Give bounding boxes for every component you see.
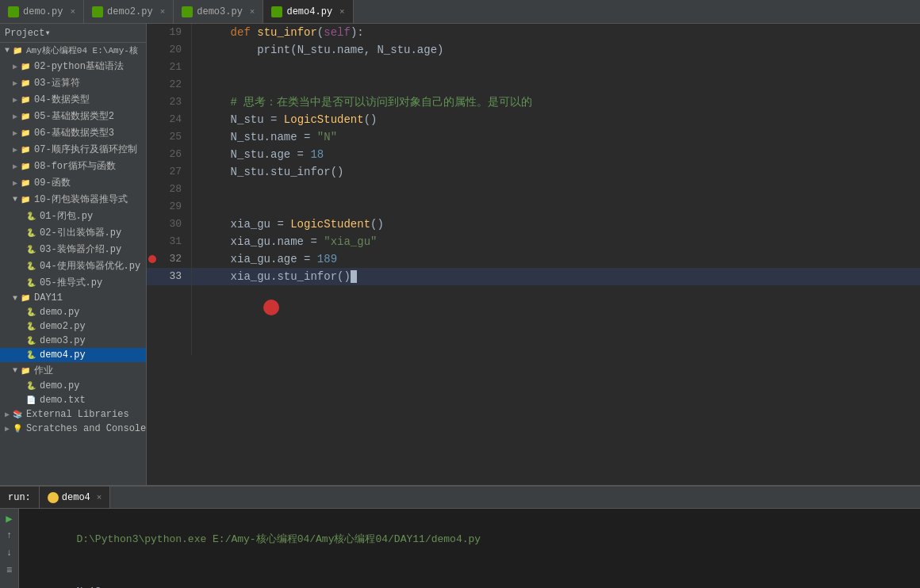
tab-demo2-label: demo2.py (107, 6, 153, 17)
py-icon-hw: 🐍 (25, 380, 36, 391)
sidebar-item-demo2-py[interactable]: 🐍 demo2.py (0, 319, 146, 334)
sidebar-label-scratches: Scratches and Consoles (26, 423, 146, 434)
sidebar-item-scratches[interactable]: ▶ 💡 Scratches and Consoles (0, 422, 146, 436)
folder-icon-10: 📁 (20, 194, 31, 205)
sidebar-item-03[interactable]: ▶ 📁 03-运算符 (0, 74, 146, 91)
play-icon[interactable]: ▶ (3, 512, 16, 525)
sidebar-label-demo4-py: demo4.py (40, 349, 86, 361)
terminal-tab-close[interactable]: × (97, 493, 102, 502)
line-num-24: 24 (156, 111, 192, 128)
tab-demo1[interactable]: demo.py × (0, 0, 84, 23)
tab-demo1-label: demo.py (23, 6, 63, 17)
line-content-29 (192, 198, 920, 216)
code-line-27: 27 N_stu.stu_infor() (147, 163, 920, 181)
sidebar-label-demo-py: demo.py (40, 307, 79, 318)
line-num-21: 21 (156, 59, 192, 76)
sidebar-item-05-style[interactable]: 🐍 05-推导式.py (0, 274, 146, 291)
py-icon-05style: 🐍 (25, 277, 36, 288)
bp-area-32[interactable] (147, 250, 156, 268)
sidebar-item-01-closure[interactable]: 🐍 01-闭包.py (0, 208, 146, 224)
sidebar-item-02[interactable]: ▶ 📁 02-python基础语法 (0, 58, 146, 74)
bp-area-31 (147, 233, 156, 250)
arrow-down-icon-hw: ▼ (13, 366, 17, 375)
terminal-content[interactable]: D:\Python3\python.exe E:/Amy-核心编程04/Amy核… (19, 509, 920, 588)
py-file-icon2 (92, 6, 103, 17)
folder-icon-05: 📁 (20, 111, 31, 122)
tab-demo2[interactable]: demo2.py × (84, 0, 174, 23)
tab-demo2-close[interactable]: × (160, 7, 166, 17)
sidebar-item-amy-root[interactable]: ▼ 📁 Amy核心编程04 E:\Amy-核 (0, 43, 146, 58)
sidebar-item-homework[interactable]: ▼ 📁 作业 (0, 362, 146, 379)
arrow-right-icon-scratches: ▶ (5, 424, 10, 433)
folder-icon-04: 📁 (20, 94, 31, 105)
line-content-22 (192, 76, 920, 94)
folder-icon-08: 📁 (20, 161, 31, 172)
sidebar-item-04[interactable]: ▶ 📁 04-数据类型 (0, 91, 146, 108)
line-content-26: N_stu.age = 18 (192, 146, 920, 163)
tab-demo3[interactable]: demo3.py × (174, 0, 263, 23)
line-num-29: 29 (156, 198, 192, 216)
sidebar-item-07[interactable]: ▶ 📁 07-顺序执行及循环控制 (0, 141, 146, 158)
sidebar-label-hw-demo-py: demo.py (40, 380, 79, 391)
code-table: 19 def stu_infor(self): 20 print(N_stu.n… (147, 24, 920, 355)
sidebar-label-06: 06-基础数据类型3 (34, 126, 114, 139)
folder-icon-03: 📁 (20, 78, 31, 89)
sidebar-item-demo-py[interactable]: 🐍 demo.py (0, 305, 146, 319)
folder-icon-hw: 📁 (20, 365, 31, 376)
sidebar-item-ext-libs[interactable]: ▶ 📚 External Libraries (0, 407, 146, 422)
sidebar-item-hw-demo-py[interactable]: 🐍 demo.py (0, 379, 146, 393)
sidebar-item-demo3-py[interactable]: 🐍 demo3.py (0, 334, 146, 348)
sidebar-item-03-deco[interactable]: 🐍 03-装饰器介绍.py (0, 241, 146, 258)
sidebar-item-02-deco[interactable]: 🐍 02-引出装饰器.py (0, 224, 146, 241)
sidebar-header[interactable]: Project▾ (0, 24, 146, 43)
tab-demo4-close[interactable]: × (339, 7, 345, 17)
code-editor[interactable]: 19 def stu_infor(self): 20 print(N_stu.n… (147, 24, 920, 485)
line-content-25: N_stu.name = "N" (192, 128, 920, 146)
bp-area-20 (147, 41, 156, 59)
line-num-20: 20 (156, 41, 192, 59)
sidebar-item-04-deco[interactable]: 🐍 04-使用装饰器优化.py (0, 258, 146, 274)
line-content-30: xia_gu = LogicStudent() (192, 216, 920, 233)
bp-area-30 (147, 216, 156, 233)
sidebar-item-day11[interactable]: ▼ 📁 DAY11 (0, 291, 146, 305)
line-num-27: 27 (156, 163, 192, 181)
arrow-right-icon-05: ▶ (13, 112, 17, 121)
py-file-icon3 (182, 6, 193, 17)
line-content-28 (192, 181, 920, 198)
arrow-down-icon-10: ▼ (13, 195, 17, 204)
scroll-up-icon[interactable]: ↑ (3, 529, 16, 542)
code-line-31: 31 xia_gu.name = "xia_gu" (147, 233, 920, 250)
code-area: 19 def stu_infor(self): 20 print(N_stu.n… (147, 24, 920, 485)
code-line-22: 22 (147, 76, 920, 94)
py-icon-demo3: 🐍 (25, 335, 36, 346)
sidebar-item-09[interactable]: ▶ 📁 09-函数 (0, 174, 146, 191)
code-line-21: 21 (147, 59, 920, 76)
sidebar-label-03-deco: 03-装饰器介绍.py (40, 242, 121, 256)
sidebar-item-06[interactable]: ▶ 📁 06-基础数据类型3 (0, 124, 146, 141)
list-icon[interactable]: ≡ (3, 564, 16, 577)
breakpoint-32[interactable] (148, 255, 156, 263)
tab-demo4[interactable]: demo4.py × (263, 0, 353, 23)
sidebar-label-demo2-py: demo2.py (40, 321, 86, 332)
sidebar-label-03: 03-运算符 (34, 76, 80, 90)
line-num-28: 28 (156, 181, 192, 198)
line-content-20: print(N_stu.name, N_stu.age) (192, 41, 920, 59)
sidebar-item-10[interactable]: ▼ 📁 10-闭包装饰器推导式 (0, 191, 146, 208)
tab-demo3-close[interactable]: × (250, 7, 255, 17)
sidebar-item-08[interactable]: ▶ 📁 08-for循环与函数 (0, 158, 146, 174)
code-line-28: 28 (147, 181, 920, 198)
sidebar-label-02: 02-python基础语法 (34, 59, 124, 73)
sidebar-label-05-style: 05-推导式.py (40, 276, 102, 289)
py-file-icon (8, 6, 19, 17)
scroll-down-icon[interactable]: ↓ (3, 547, 16, 559)
terminal-tab-run[interactable]: run: (0, 487, 40, 508)
code-line-26: 26 N_stu.age = 18 (147, 146, 920, 163)
tab-demo1-close[interactable]: × (70, 7, 75, 17)
sidebar-item-05[interactable]: ▶ 📁 05-基础数据类型2 (0, 108, 146, 124)
sidebar-item-hw-demo-txt[interactable]: 📄 demo.txt (0, 393, 146, 407)
terminal-tab-demo4[interactable]: demo4 × (40, 487, 111, 508)
tab-demo4-label: demo4.py (286, 6, 332, 17)
line-num-26: 26 (156, 146, 192, 163)
sidebar-label-demo3-py: demo3.py (40, 335, 86, 346)
sidebar-item-demo4-py[interactable]: 🐍 demo4.py (0, 348, 146, 362)
